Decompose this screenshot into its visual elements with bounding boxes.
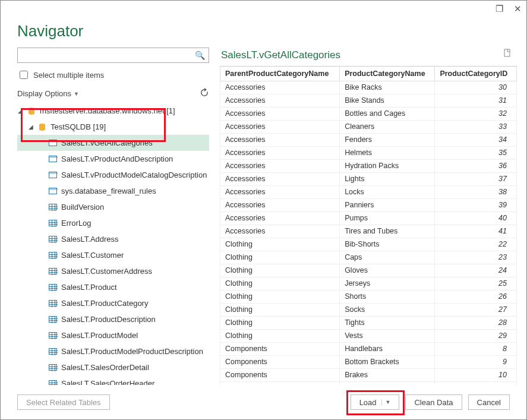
table-row[interactable]: ComponentsHandlebars8 bbox=[220, 342, 517, 355]
table-icon bbox=[48, 331, 58, 340]
table-icon bbox=[48, 251, 58, 260]
tree-item[interactable]: SalesLT.Address bbox=[17, 231, 209, 247]
table-row[interactable]: ClothingBib-Shorts22 bbox=[220, 238, 517, 251]
cancel-button[interactable]: Cancel bbox=[468, 394, 510, 410]
table-cell: Accessories bbox=[220, 120, 340, 133]
table-row[interactable]: ComponentsBrakes10 bbox=[220, 368, 517, 381]
clean-data-button[interactable]: Clean Data bbox=[405, 394, 462, 410]
preview-table: ParentProductCategoryNameProductCategory… bbox=[220, 67, 517, 385]
column-header[interactable]: ProductCategoryName bbox=[340, 67, 435, 81]
tree-item[interactable]: SalesLT.ProductCategory bbox=[17, 295, 209, 311]
table-cell: Accessories bbox=[220, 107, 340, 120]
preview-options-icon[interactable] bbox=[503, 49, 512, 61]
tree-item[interactable]: BuildVersion bbox=[17, 199, 209, 215]
select-related-tables-button[interactable]: Select Related Tables bbox=[17, 394, 110, 410]
tree-server[interactable]: ◢msftestserver.database.windows.net [1] bbox=[17, 103, 209, 119]
column-header[interactable]: ProductCategoryID bbox=[435, 67, 517, 81]
table-cell: 26 bbox=[435, 290, 517, 303]
restore-icon[interactable]: ❐ bbox=[496, 4, 503, 14]
table-row[interactable]: ClothingGloves24 bbox=[220, 264, 517, 277]
select-multiple-checkbox[interactable] bbox=[20, 71, 28, 79]
table-cell: 29 bbox=[435, 329, 517, 342]
chevron-down-icon[interactable]: ▼ bbox=[381, 399, 391, 405]
column-header[interactable]: ParentProductCategoryName bbox=[220, 67, 340, 81]
preview-title: SalesLT.vGetAllCategories bbox=[221, 49, 340, 61]
table-cell: Clothing bbox=[220, 251, 340, 264]
table-row[interactable]: ComponentsBottom Brackets9 bbox=[220, 355, 517, 368]
expand-icon[interactable]: ◢ bbox=[17, 108, 23, 114]
tree-item[interactable]: SalesLT.SalesOrderDetail bbox=[17, 359, 209, 375]
table-cell: Accessories bbox=[220, 185, 340, 198]
view-icon bbox=[48, 138, 58, 148]
preview-pane: SalesLT.vGetAllCategories ParentProductC… bbox=[216, 48, 517, 385]
tree-item[interactable]: SalesLT.vProductAndDescription bbox=[17, 151, 209, 167]
tree-item-label: SalesLT.CustomerAddress bbox=[61, 267, 152, 276]
table-cell: Gloves bbox=[340, 264, 435, 277]
table-row[interactable]: ClothingShorts26 bbox=[220, 290, 517, 303]
table-icon bbox=[48, 235, 58, 244]
load-button[interactable]: Load ▼ bbox=[351, 394, 400, 410]
select-multiple-row[interactable]: Select multiple items bbox=[17, 69, 209, 81]
table-cell: Accessories bbox=[220, 225, 340, 238]
table-cell: 8 bbox=[435, 342, 517, 355]
table-row[interactable]: AccessoriesLights37 bbox=[220, 172, 517, 185]
tree-item-label: SalesLT.ProductCategory bbox=[61, 299, 148, 308]
table-row[interactable]: AccessoriesHydration Packs36 bbox=[220, 159, 517, 172]
table-cell: Accessories bbox=[220, 94, 340, 107]
tree-item[interactable]: SalesLT.CustomerAddress bbox=[17, 263, 209, 279]
display-options-button[interactable]: Display Options ▼ bbox=[17, 89, 79, 98]
table-icon bbox=[48, 203, 58, 212]
table-row[interactable]: AccessoriesBike Stands31 bbox=[220, 94, 517, 107]
table-cell: Bottles and Cages bbox=[340, 107, 435, 120]
tree-item[interactable]: SalesLT.vProductModelCatalogDescription bbox=[17, 167, 209, 183]
tree-item[interactable]: SalesLT.ProductModelProductDescription bbox=[17, 343, 209, 359]
table-cell: 33 bbox=[435, 120, 517, 133]
view-icon bbox=[48, 170, 58, 180]
table-cell: Shorts bbox=[340, 290, 435, 303]
table-icon bbox=[48, 347, 58, 356]
footer: Select Related Tables Load ▼ Clean Data … bbox=[1, 385, 526, 419]
table-row[interactable]: ClothingSocks27 bbox=[220, 303, 517, 316]
table-icon bbox=[48, 283, 58, 292]
tree-item-label: TestSQLDB [19] bbox=[51, 122, 106, 131]
table-cell: 41 bbox=[435, 225, 517, 238]
table-cell: 31 bbox=[435, 94, 517, 107]
table-row[interactable]: ClothingJerseys25 bbox=[220, 277, 517, 290]
tree-item[interactable]: ErrorLog bbox=[17, 215, 209, 231]
table-row[interactable]: AccessoriesHelmets35 bbox=[220, 146, 517, 159]
tree-item[interactable]: SalesLT.vGetAllCategories bbox=[17, 135, 209, 151]
tree-database[interactable]: ◢TestSQLDB [19] bbox=[17, 119, 209, 135]
table-row[interactable]: ClothingVests29 bbox=[220, 329, 517, 342]
table-cell: Lights bbox=[340, 172, 435, 185]
table-row[interactable]: AccessoriesBottles and Cages32 bbox=[220, 107, 517, 120]
table-cell: 40 bbox=[435, 211, 517, 225]
object-tree[interactable]: ◢msftestserver.database.windows.net [1]◢… bbox=[17, 103, 209, 385]
table-row[interactable]: AccessoriesLocks38 bbox=[220, 185, 517, 198]
tree-item[interactable]: SalesLT.ProductModel bbox=[17, 327, 209, 343]
table-row[interactable]: AccessoriesPanniers39 bbox=[220, 198, 517, 211]
database-icon bbox=[37, 122, 47, 132]
tree-item-label: SalesLT.SalesOrderHeader bbox=[61, 379, 154, 385]
search-icon[interactable]: 🔍 bbox=[195, 50, 205, 60]
tree-item[interactable]: sys.database_firewall_rules bbox=[17, 183, 209, 199]
preview-scroll[interactable]: ParentProductCategoryNameProductCategory… bbox=[220, 66, 517, 385]
tree-item[interactable]: SalesLT.SalesOrderHeader bbox=[17, 375, 209, 385]
search-input[interactable] bbox=[21, 49, 195, 62]
refresh-icon[interactable] bbox=[200, 88, 209, 99]
table-row[interactable]: AccessoriesPumps40 bbox=[220, 211, 517, 225]
expand-icon[interactable]: ◢ bbox=[28, 124, 34, 130]
table-row[interactable]: AccessoriesCleaners33 bbox=[220, 120, 517, 133]
tree-item[interactable]: SalesLT.Customer bbox=[17, 247, 209, 263]
tree-item-label: BuildVersion bbox=[61, 203, 104, 211]
close-icon[interactable]: ✕ bbox=[514, 4, 522, 14]
table-row[interactable]: AccessoriesFenders34 bbox=[220, 133, 517, 146]
table-row[interactable]: ClothingTights28 bbox=[220, 316, 517, 329]
tree-item[interactable]: SalesLT.Product bbox=[17, 279, 209, 295]
table-row[interactable]: AccessoriesBike Racks30 bbox=[220, 81, 517, 94]
search-box[interactable]: 🔍 bbox=[17, 48, 209, 63]
table-row[interactable]: AccessoriesTires and Tubes41 bbox=[220, 225, 517, 238]
tree-item-label: SalesLT.Customer bbox=[61, 251, 124, 260]
titlebar: ❐ ✕ bbox=[1, 1, 526, 17]
tree-item[interactable]: SalesLT.ProductDescription bbox=[17, 311, 209, 327]
table-row[interactable]: ClothingCaps23 bbox=[220, 251, 517, 264]
